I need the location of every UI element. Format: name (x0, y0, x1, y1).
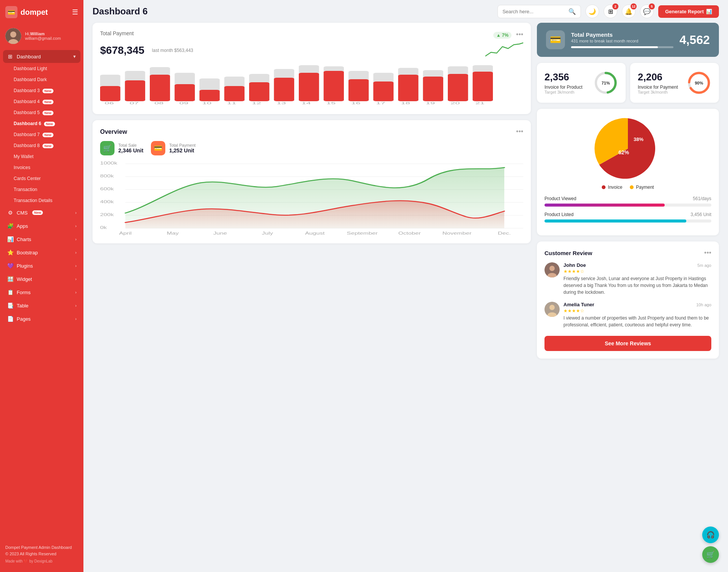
product-viewed-label: Product Viewed (544, 196, 576, 201)
bootstrap-label: Bootstrap (17, 250, 38, 255)
svg-text:September: September (347, 231, 378, 235)
table-label: Table (17, 303, 28, 309)
svg-rect-32 (448, 74, 468, 101)
cms-chevron: › (75, 210, 77, 215)
user-email: william@gmail.com (25, 36, 61, 41)
svg-rect-28 (398, 75, 418, 101)
support-fab[interactable]: 🎧 (702, 527, 719, 543)
svg-point-82 (549, 305, 555, 310)
sidebar-item-bootstrap[interactable]: ⭐ Bootstrap › (3, 246, 80, 259)
svg-text:1000k: 1000k (100, 161, 117, 165)
invoice-payment-donut: 90% (687, 71, 711, 95)
pages-icon: 📄 (7, 316, 14, 322)
banner-progress-fill (571, 46, 658, 48)
cart-icon: 🛒 (706, 550, 715, 559)
hamburger-button[interactable]: ☰ (72, 8, 78, 16)
svg-text:11: 11 (227, 101, 236, 105)
bar-chart: 06 07 08 09 10 11 12 13 14 15 16 17 18 1… (100, 63, 523, 107)
sidebar-item-forms[interactable]: 📋 Forms › (3, 286, 80, 299)
sidebar-item-widget[interactable]: 🪟 Widget › (3, 273, 80, 285)
sidebar-sub-dashboard-8[interactable]: Dashboard 8 New (3, 140, 80, 151)
svg-text:15: 15 (326, 101, 336, 105)
sidebar-sub-dashboard-5[interactable]: Dashboard 5 New (3, 107, 80, 118)
overview-menu-dots[interactable]: ••• (516, 128, 523, 136)
svg-text:10: 10 (202, 101, 211, 105)
sidebar-sub-dashboard-6[interactable]: Dashboard 6 New (3, 118, 80, 129)
dashboard-sub-items: Dashboard Light Dashboard Dark Dashboard… (3, 63, 80, 206)
total-payment-stat: 💳 Total Payment 1,252 Unit (151, 141, 196, 155)
svg-rect-8 (150, 75, 170, 101)
overview-title: Overview (100, 129, 127, 135)
reviewer-text-2: I viewed a number of properties with Jus… (563, 315, 711, 328)
svg-rect-26 (373, 81, 394, 101)
card-menu-dots[interactable]: ••• (516, 31, 523, 39)
cms-icon: ⚙ (7, 210, 14, 216)
svg-text:600k: 600k (100, 187, 114, 191)
reviewer-stars-1: ★★★★☆ (563, 269, 711, 274)
table-chevron: › (75, 303, 77, 308)
total-payment-icon: 💳 (151, 141, 165, 155)
sidebar-item-dashboard[interactable]: ⊞ Dashboard ▼ (3, 50, 80, 63)
see-more-reviews-button[interactable]: See More Reviews (544, 336, 711, 351)
search-input[interactable] (502, 9, 565, 14)
apps-chevron: › (75, 224, 77, 228)
message-button[interactable]: 💬 5 (640, 5, 654, 18)
sidebar-item-apps[interactable]: 🧩 Apps › (3, 219, 80, 232)
product-viewed-fill (544, 204, 665, 207)
payment-legend-label: Payment (636, 185, 654, 190)
svg-text:17: 17 (376, 101, 385, 105)
sidebar-item-cms[interactable]: ⚙ CMS New › (3, 206, 80, 219)
sidebar-sub-cards-center[interactable]: Cards Center (3, 173, 80, 184)
footer-made: Made with ❤️ by DexignLab (5, 558, 78, 564)
svg-text:October: October (399, 231, 421, 235)
payment-legend-dot (630, 185, 634, 189)
sidebar-sub-dashboard-4[interactable]: Dashboard 4 New (3, 96, 80, 107)
app-logo: 💳 dompet (5, 6, 48, 18)
pie-legend: Invoice Payment (544, 185, 711, 190)
svg-text:19: 19 (426, 101, 435, 105)
sidebar-item-charts[interactable]: 📊 Charts › (3, 233, 80, 246)
review-menu-dots[interactable]: ••• (704, 249, 711, 257)
banner-info: Total Payments 431 more to break last mo… (571, 31, 673, 48)
product-viewed-progress: Product Viewed 561/days (544, 196, 711, 207)
sidebar-item-table[interactable]: 📑 Table › (3, 299, 80, 312)
reviewer-text-1: Friendly service Josh, Lunar and everyon… (563, 275, 711, 296)
sidebar-sub-dashboard-light[interactable]: Dashboard Light (3, 63, 80, 74)
sidebar-sub-my-wallet[interactable]: My Wallet (3, 151, 80, 162)
apps-button[interactable]: ⊞ 2 (604, 5, 617, 18)
moon-button[interactable]: 🌙 (585, 5, 599, 18)
sidebar-sub-dashboard-3[interactable]: Dashboard 3 New (3, 85, 80, 96)
sidebar-sub-transaction-details[interactable]: Transaction Details (3, 195, 80, 206)
sidebar-sub-invoices[interactable]: Invoices (3, 162, 80, 173)
page-title: Dashboard 6 (93, 6, 493, 17)
svg-text:200k: 200k (100, 213, 114, 217)
total-payment-overview-label: Total Payment (169, 143, 196, 147)
avatar (5, 28, 21, 44)
svg-text:13: 13 (277, 101, 286, 105)
bell-button[interactable]: 🔔 12 (622, 5, 635, 18)
user-greeting: Hi,William (25, 31, 61, 36)
cart-fab[interactable]: 🛒 (702, 546, 719, 563)
svg-text:21: 21 (475, 101, 485, 105)
total-payment-title: Total Payment (100, 30, 134, 36)
footer-title: Dompet Payment Admin Dashboard (5, 544, 78, 551)
total-sale-label: Total Sale (118, 143, 143, 147)
generate-report-button[interactable]: Generate Report 📊 (658, 5, 719, 18)
svg-text:Dec.: Dec. (498, 231, 511, 235)
svg-text:16: 16 (351, 101, 360, 105)
apps-icon: 🧩 (7, 223, 14, 229)
search-box[interactable]: 🔍 (497, 5, 581, 18)
see-more-label: See More Reviews (605, 340, 651, 346)
table-icon: 📑 (7, 302, 14, 309)
sidebar-item-plugins[interactable]: 💜 Plugins › (3, 259, 80, 272)
svg-rect-34 (473, 72, 493, 101)
sidebar-sub-dashboard-dark[interactable]: Dashboard Dark (3, 74, 80, 85)
reviewer-stars-2: ★★★★☆ (563, 308, 711, 313)
widget-icon: 🪟 (7, 276, 14, 282)
sidebar-item-pages[interactable]: 📄 Pages › (3, 312, 80, 325)
review-title: Customer Review (544, 250, 592, 256)
sidebar-sub-transaction[interactable]: Transaction (3, 184, 80, 195)
apps-badge: 2 (612, 3, 618, 9)
reviewer-name-2: Amelia Tuner (563, 302, 594, 307)
sidebar-sub-dashboard-7[interactable]: Dashboard 7 New (3, 129, 80, 140)
